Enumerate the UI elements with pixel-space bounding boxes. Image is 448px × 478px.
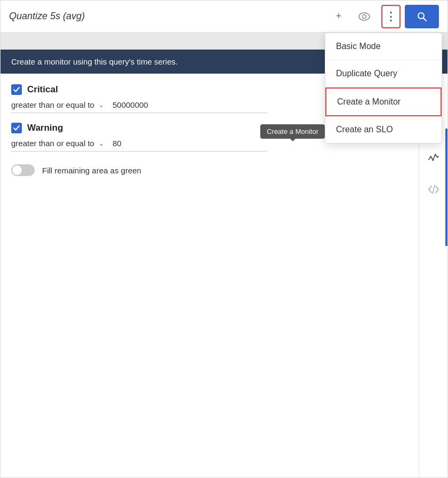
kebab-icon: ⋮ — [385, 11, 397, 22]
warning-value: 80 — [113, 139, 122, 148]
kebab-button[interactable]: ⋮ — [381, 5, 401, 28]
search-button[interactable] — [405, 5, 439, 28]
blue-accent-bar — [445, 129, 447, 246]
query-title: Quantize 5s (avg) — [9, 11, 330, 22]
eye-icon — [358, 12, 370, 21]
svg-line-3 — [423, 18, 427, 21]
header-bar: Quantize 5s (avg) + ⋮ — [1, 1, 447, 33]
warning-label: Warning — [27, 123, 63, 133]
toggle-knob — [12, 165, 22, 176]
critical-condition: greater than or equal to — [11, 100, 94, 109]
critical-label: Critical — [27, 84, 58, 95]
create-monitor-tooltip: Create a Monitor — [260, 124, 325, 139]
eye-button[interactable] — [356, 8, 373, 25]
main-container: Quantize 5s (avg) + ⋮ Create — [0, 0, 448, 478]
critical-value: 50000000 — [113, 100, 148, 109]
warning-condition-chevron[interactable]: ⌄ — [99, 140, 104, 147]
critical-checkbox[interactable] — [11, 84, 22, 95]
add-button[interactable]: + — [330, 8, 347, 25]
svg-point-0 — [359, 13, 370, 20]
signal-icon-btn[interactable] — [426, 150, 441, 165]
dropdown-item-create-monitor[interactable]: Create a Monitor — [325, 87, 442, 116]
dropdown-item-basic-mode[interactable]: Basic Mode — [325, 33, 442, 60]
dropdown-menu: Basic Mode Duplicate Query Create a Moni… — [325, 33, 442, 144]
toggle-section: Fill remaining area as green — [11, 164, 410, 176]
plus-icon: + — [336, 11, 342, 22]
header-icons: + ⋮ — [330, 5, 401, 28]
warning-row: greater than or equal to ⌄ 80 — [11, 139, 267, 152]
info-banner-text: Create a monitor using this query's time… — [11, 57, 178, 66]
svg-line-9 — [433, 185, 435, 194]
svg-point-1 — [363, 14, 366, 18]
warning-condition: greater than or equal to — [11, 139, 94, 148]
fill-area-toggle[interactable] — [11, 164, 35, 176]
toggle-label: Fill remaining area as green — [42, 166, 141, 175]
critical-row: greater than or equal to ⌄ 50000000 — [11, 100, 267, 113]
code-icon-btn[interactable] — [426, 182, 441, 197]
dropdown-item-duplicate-query[interactable]: Duplicate Query — [325, 60, 442, 87]
dropdown-item-create-slo[interactable]: Create an SLO — [325, 116, 442, 143]
critical-condition-chevron[interactable]: ⌄ — [99, 101, 104, 109]
search-icon — [417, 11, 427, 22]
warning-checkbox[interactable] — [11, 123, 22, 133]
